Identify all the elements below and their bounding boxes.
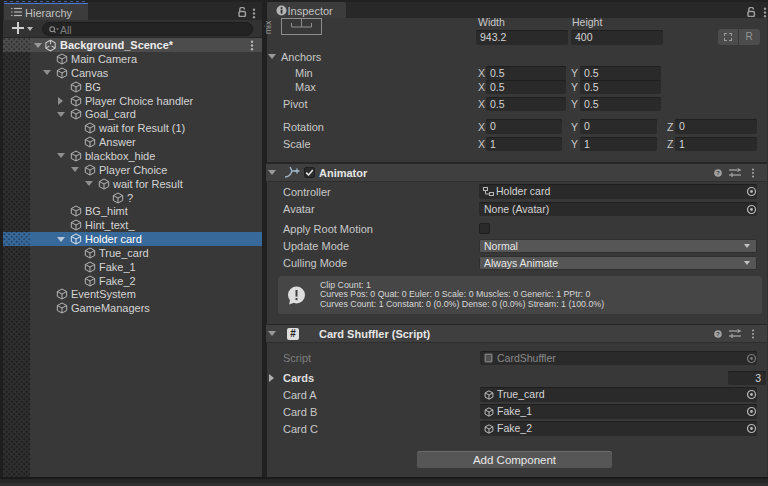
svg-text:?: ? <box>716 169 720 176</box>
svg-text:?: ? <box>716 330 720 337</box>
